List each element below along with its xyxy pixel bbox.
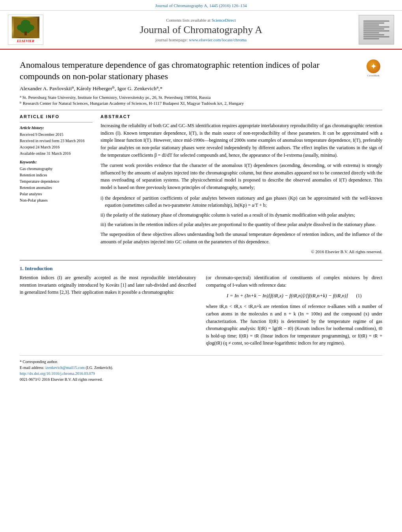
list-text-iii: the variations in the retention indices … — [108, 221, 376, 228]
accepted-date: Accepted 24 March 2016 — [20, 144, 93, 150]
elsevier-logo: ELSEVIER — [8, 15, 43, 45]
article-info-column: ARTICLE INFO Article history: Received 9… — [20, 114, 93, 255]
article-history-label: Article history: — [20, 126, 93, 130]
homepage-link[interactable]: www.elsevier.com/locate/chroma — [189, 37, 247, 42]
crossmark-icon: ✦ — [367, 59, 380, 73]
article-main-title: Anomalous temperature dependence of gas … — [20, 59, 361, 82]
introduction-section: 1. Introduction Retention indices (I) ar… — [20, 265, 382, 349]
elsevier-tree-icon — [12, 17, 39, 38]
keywords-list: Gas chromatography Retention indices Tem… — [20, 166, 93, 204]
intro-para-1: Retention indices (I) are generally acce… — [20, 274, 196, 296]
footnotes-section: * Corresponding author. E-mail address: … — [20, 355, 382, 382]
article-info-abstract: ARTICLE INFO Article history: Received 9… — [20, 114, 382, 255]
divider-1 — [20, 110, 382, 110]
abstract-list-item-3: iii) the variations in the retention ind… — [100, 221, 382, 228]
bottom-divider — [20, 260, 382, 261]
equation-block-1: I = In + (In+k − In)[f(tR,x) − f(tR,n)]/… — [206, 292, 383, 300]
intro-right-col: (or chromato-spectral) identification of… — [206, 274, 383, 349]
equation-formula-1: I = In + (In+k − In)[f(tR,x) − f(tR,n)]/… — [227, 292, 348, 300]
list-label-i: i) — [100, 195, 103, 209]
abstract-list-item-1: i) the dependence of partition coefficie… — [100, 195, 382, 209]
affiliation-b: ᵇ Research Center for Natural Sciences, … — [20, 101, 382, 106]
email-link[interactable]: izenkevich@mail15.com — [45, 365, 85, 370]
abstract-column: ABSTRACT Increasing the reliability of b… — [100, 114, 382, 255]
elsevier-brand-text: ELSEVIER — [17, 39, 34, 43]
homepage-line: journal homepage: www.elsevier.com/locat… — [47, 37, 355, 42]
journal-citation-link[interactable]: Journal of Chromatography A, 1445 (2016)… — [155, 3, 247, 8]
abstract-para-2: The current work provides evidence that … — [100, 162, 382, 191]
abstract-list: i) the dependence of partition coefficie… — [100, 195, 382, 228]
main-content: Anomalous temperature dependence of gas … — [0, 50, 402, 390]
abstract-list-item-2: ii) the polarity of the stationary phase… — [100, 211, 382, 219]
keyword-2: Retention indices — [20, 172, 93, 178]
contents-line: Contents lists available at ScienceDirec… — [47, 18, 355, 22]
intro-right-text: (or chromato-spectral) identification of… — [206, 274, 383, 347]
received-date: Received 9 December 2015 — [20, 132, 93, 138]
article-info-heading: ARTICLE INFO — [20, 114, 93, 119]
article-title-section: Anomalous temperature dependence of gas … — [20, 56, 382, 82]
top-bar: Journal of Chromatography A, 1445 (2016)… — [0, 0, 402, 11]
available-date: Available online 31 March 2016 — [20, 150, 93, 157]
article-info-box: Article history: Received 9 December 201… — [20, 122, 93, 204]
intro-right-para-1: (or chromato-spectral) identification of… — [206, 274, 383, 289]
doi-line: http://dx.doi.org/10.1016/j.chroma.2016.… — [20, 371, 382, 376]
abstract-heading: ABSTRACT — [100, 114, 382, 119]
svg-rect-5 — [24, 32, 27, 35]
crossmark-badge[interactable]: ✦ CrossMark — [365, 59, 382, 77]
list-label-iii: iii) — [100, 221, 106, 228]
section-title-intro: 1. Introduction — [20, 265, 382, 272]
abstract-body: Increasing the reliability of both GC an… — [100, 122, 382, 255]
intro-right-para-2: where tR,n < tR,x < tR,n+k are retention… — [206, 303, 383, 347]
keywords-label: Keywords: — [20, 160, 93, 164]
email-line: E-mail address: izenkevich@mail15.com (I… — [20, 365, 382, 371]
keyword-1: Gas chromatography — [20, 166, 93, 172]
journal-center-info: Contents lists available at ScienceDirec… — [47, 18, 355, 42]
intro-left-col: Retention indices (I) are generally acce… — [20, 274, 196, 349]
intro-two-column: Retention indices (I) are generally acce… — [20, 274, 382, 349]
keyword-6: Non-Polar phases — [20, 197, 93, 204]
intro-left-text: Retention indices (I) are generally acce… — [20, 274, 196, 296]
article-dates: Received 9 December 2015 Received in rev… — [20, 132, 93, 157]
abstract-para-1: Increasing the reliability of both GC an… — [100, 122, 382, 159]
revised-date: Received in revised form 23 March 2016 — [20, 138, 93, 144]
doi-link[interactable]: http://dx.doi.org/10.1016/j.chroma.2016.… — [20, 371, 95, 376]
abstract-closing: The superposition of these objectives al… — [100, 231, 382, 245]
crossmark-label: CrossMark — [367, 74, 380, 77]
keyword-3: Temperature dependence — [20, 178, 93, 185]
list-text-i: the dependence of partition coefficients… — [105, 195, 382, 209]
authors-line: Alexander A. Pavlovskiiᵃ, Károly Héberge… — [20, 85, 382, 92]
sciencedirect-link[interactable]: ScienceDirect — [212, 18, 236, 22]
journal-title-header: Journal of Chromatography A — [47, 24, 355, 36]
issn-line: 0021-9673/© 2016 Elsevier B.V. All right… — [20, 376, 382, 382]
journal-cover-thumbnail — [359, 15, 394, 44]
list-text-ii: the polarity of the stationary phase of … — [106, 211, 355, 219]
equation-number-1: (1) — [356, 292, 361, 300]
affiliation-a: ᵃ St. Petersburg State University, Insti… — [20, 95, 382, 100]
corresponding-author: * Corresponding author. — [20, 359, 382, 365]
keyword-5: Polar analytes — [20, 191, 93, 197]
keyword-4: Retention anomalies — [20, 185, 93, 191]
journal-header: ELSEVIER Contents lists available at Sci… — [0, 11, 402, 50]
copyright-line: © 2016 Elsevier B.V. All rights reserved… — [100, 248, 382, 255]
list-label-ii: ii) — [100, 211, 105, 219]
